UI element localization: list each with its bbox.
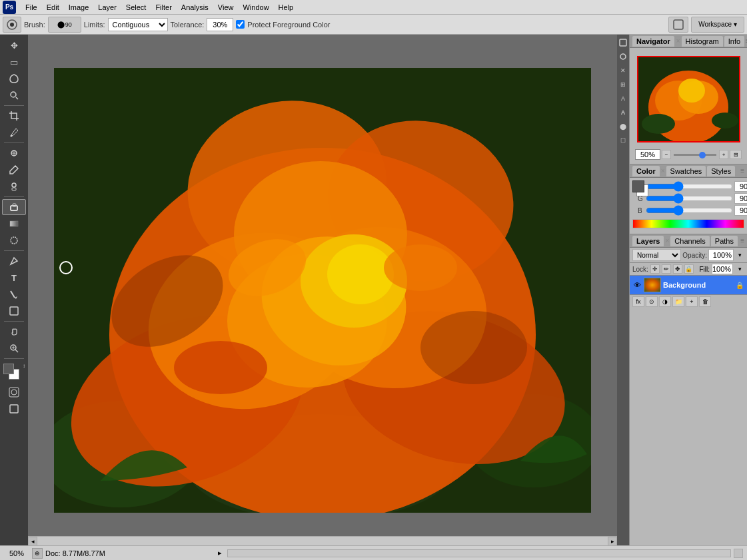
workspace-btn[interactable]: Workspace ▾ [691,17,744,33]
add-mask-btn[interactable]: ⊙ [646,296,658,307]
path-select-tool[interactable] [2,286,26,302]
shape-tool[interactable] [2,303,26,319]
scroll-right-btn[interactable]: ▸ [608,537,617,546]
layer-visibility-btn[interactable]: 👁 [632,280,642,290]
r-slider[interactable] [646,184,733,189]
move-tool[interactable]: ✥ [2,37,26,53]
menu-image[interactable]: Image [65,2,93,13]
tab-layers[interactable]: Layers [632,236,664,246]
scroll-left-btn[interactable]: ◂ [28,537,37,546]
status-btn-1[interactable]: ⊕ [32,548,43,559]
background-layer-row[interactable]: 👁 Background 🔒 [630,276,747,294]
fill-arrow[interactable]: ▾ [735,264,744,274]
add-group-btn[interactable]: 📁 [672,296,684,307]
side-icon-1[interactable] [618,36,628,49]
hand-tool[interactable] [2,324,26,340]
tolerance-input[interactable] [207,18,233,31]
pen-tool[interactable] [2,253,26,269]
canvas-image[interactable]: Background Eraser Tool (E) [54,68,591,513]
menu-edit[interactable]: Edit [43,2,63,13]
tab-channels[interactable]: Channels [670,236,709,246]
svg-point-45 [420,311,527,384]
limits-label: Limits: [84,21,105,29]
side-icon-5[interactable]: A [618,92,628,105]
scroll-corner[interactable] [734,549,743,558]
b-value-input[interactable]: 90 [734,205,747,216]
gradient-tool[interactable] [2,216,26,232]
tab-paths[interactable]: Paths [711,236,738,246]
menu-analysis[interactable]: Analysis [177,2,213,13]
side-icon-6[interactable]: A [618,106,628,119]
zoom-slider-thumb[interactable] [699,152,706,158]
text-tool[interactable]: T [2,270,26,286]
opacity-arrow[interactable]: ▾ [735,250,744,260]
g-value-input[interactable]: 90 [734,193,747,204]
eyedropper-tool[interactable] [2,125,26,140]
lock-pixels-btn[interactable]: ✏ [662,264,671,274]
side-icon-3[interactable]: ✕ [618,64,628,77]
h-scrollbar[interactable]: ◂ ▸ [28,536,617,545]
color-swatches-area[interactable]: ↕ [2,362,26,384]
g-slider[interactable] [646,196,733,201]
h-scrollbar-track[interactable] [37,537,608,545]
quick-mask-btn[interactable] [2,384,26,400]
brush-tool[interactable] [2,162,26,178]
menu-file[interactable]: File [21,2,41,13]
blur-tool[interactable] [2,232,26,248]
tab-histogram[interactable]: Histogram [682,36,723,47]
h-scroll-bar[interactable] [227,549,731,557]
lock-all-btn[interactable]: 🔒 [684,264,694,274]
zoom-out-btn[interactable]: − [662,150,671,159]
panel-menu-layers[interactable]: ≡ [740,237,744,244]
screen-mode-btn[interactable] [2,401,26,417]
zoom-fit-btn[interactable]: ⊞ [730,150,742,159]
add-layer-btn[interactable]: + [686,296,698,307]
tab-navigator[interactable]: Navigator [632,36,674,47]
fill-input[interactable]: 100% [712,264,733,274]
quick-select-tool[interactable] [2,87,26,103]
delete-layer-btn[interactable]: 🗑 [699,296,711,307]
crop-tool[interactable] [2,108,26,124]
side-icon-2[interactable] [618,50,628,63]
side-icon-4[interactable]: ⊞ [618,78,628,91]
canvas-rotation-btn[interactable] [668,17,688,33]
panel-menu-color[interactable]: ≡ [740,167,744,174]
side-icon-8[interactable]: ☐ [618,134,628,147]
add-fill-btn[interactable]: ◑ [659,296,671,307]
add-style-btn[interactable]: fx [632,296,644,307]
b-slider[interactable] [646,208,733,213]
tab-swatches[interactable]: Swatches [666,166,706,176]
menu-filter[interactable]: Filter [151,2,175,13]
layer-mode-dropdown[interactable]: Normal Multiply Screen [632,249,681,261]
status-nav-arrow[interactable]: ▸ [215,549,225,558]
tool-preset-btn[interactable] [3,17,21,33]
limits-dropdown[interactable]: Contiguous Discontiguous Find Edges [108,18,168,31]
brush-picker[interactable]: ⬤ 90 [48,17,81,33]
clone-stamp-tool[interactable] [2,178,26,194]
zoom-input[interactable]: 50% [635,149,660,160]
color-spectrum-bar[interactable] [632,219,744,228]
lasso-tool[interactable] [2,71,26,87]
lock-position-btn[interactable]: ✛ [650,264,660,274]
zoom-tool[interactable] [2,340,26,356]
zoom-in-btn[interactable]: + [719,150,728,159]
rect-marquee-tool[interactable]: ▭ [2,54,26,70]
zoom-slider[interactable] [674,154,716,156]
opacity-input[interactable]: 100% [708,249,734,261]
menu-select[interactable]: Select [122,2,151,13]
tab-styles[interactable]: Styles [707,166,735,176]
menu-help[interactable]: Help [275,2,298,13]
tab-info[interactable]: Info [724,36,744,47]
lock-move-btn[interactable]: ✥ [673,264,682,274]
healing-brush-tool[interactable] [2,145,26,161]
foreground-color[interactable] [632,180,644,192]
eraser-tool[interactable] [2,199,26,215]
tab-color[interactable]: Color [632,166,660,176]
navigator-preview[interactable] [637,56,740,142]
side-icon-7[interactable]: ⬤ [618,120,628,133]
menu-view[interactable]: View [214,2,238,13]
menu-layer[interactable]: Layer [94,2,121,13]
menu-window[interactable]: Window [239,2,273,13]
protect-foreground-checkbox[interactable] [236,20,245,29]
r-value-input[interactable]: 90 [734,181,747,192]
